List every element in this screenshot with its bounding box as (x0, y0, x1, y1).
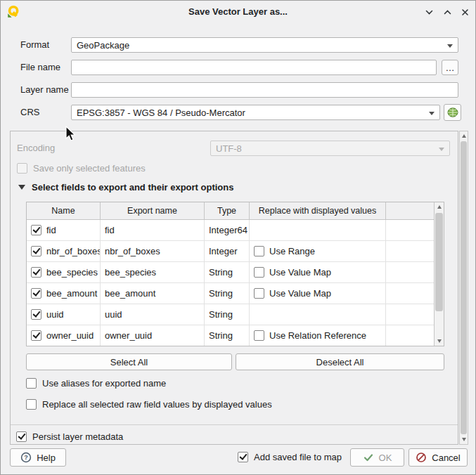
replace-option-checkbox[interactable] (254, 246, 264, 256)
field-name: fid (46, 225, 56, 235)
table-row: bee_amountbee_amountStringUse Value Map (27, 283, 444, 304)
help-button[interactable]: ? Help (10, 448, 66, 467)
field-enabled-checkbox[interactable] (31, 267, 41, 278)
cancel-icon (416, 452, 427, 463)
field-name-cell: owner_uuid (27, 325, 101, 346)
select-all-button[interactable]: Select All (26, 353, 232, 370)
scroll-down-arrow-icon[interactable] (435, 337, 444, 346)
cancel-button[interactable]: Cancel (409, 448, 468, 467)
ok-button[interactable]: OK (350, 448, 404, 467)
field-enabled-checkbox[interactable] (31, 288, 41, 299)
scrollbar-handle[interactable] (435, 213, 443, 311)
column-header-name: Name (27, 202, 101, 220)
ok-label: OK (379, 453, 392, 463)
scroll-down-arrow-icon[interactable] (460, 435, 468, 444)
persist-metadata-checkbox[interactable] (16, 431, 27, 442)
field-replace-cell: Use Relation Reference (250, 325, 386, 346)
field-enabled-checkbox[interactable] (31, 246, 41, 256)
table-row: nbr_of_boxesnbr_of_boxesIntegerUse Range (27, 241, 444, 262)
format-combobox[interactable]: GeoPackage (71, 37, 458, 53)
replace-option-checkbox[interactable] (254, 288, 264, 299)
fields-table-header: Name Export name Type Replace with displ… (27, 202, 444, 220)
replace-option-label: Use Value Map (269, 288, 331, 299)
encoding-label: Encoding (17, 141, 55, 156)
save-only-selected-row: Save only selected features (17, 163, 146, 174)
deselect-all-button[interactable]: Deselect All (236, 353, 444, 370)
save-only-selected-label: Save only selected features (33, 163, 146, 174)
minimize-button[interactable] (422, 5, 436, 19)
field-enabled-checkbox[interactable] (31, 330, 41, 341)
field-name-cell: bee_amount (27, 283, 101, 304)
field-export-name-cell[interactable]: fid (101, 220, 205, 241)
field-export-name-cell[interactable]: uuid (101, 304, 205, 325)
replace-raw-row: Replace all selected raw field values by… (26, 399, 272, 410)
field-replace-cell: Use Range (250, 241, 386, 262)
replace-option-checkbox[interactable] (254, 267, 264, 278)
replace-raw-checkbox[interactable] (26, 399, 37, 410)
field-replace-cell: Use Value Map (250, 262, 386, 283)
dropdown-arrow-icon (429, 112, 435, 115)
separator (11, 424, 458, 425)
close-button[interactable] (458, 5, 472, 19)
field-export-name-cell[interactable]: bee_amount (101, 283, 205, 304)
field-name: bee_amount (46, 288, 97, 299)
collapse-triangle-icon (18, 185, 25, 190)
fields-table-scrollbar[interactable] (434, 202, 444, 346)
field-export-name-cell[interactable]: bee_species (101, 262, 205, 283)
fields-table-body: fidfidInteger64nbr_of_boxesnbr_of_boxesI… (27, 220, 444, 346)
use-aliases-checkbox[interactable] (26, 378, 37, 389)
help-label: Help (37, 453, 56, 463)
field-enabled-checkbox[interactable] (31, 225, 41, 235)
field-replace-cell (250, 220, 386, 241)
svg-text:?: ? (24, 454, 28, 461)
replace-option-label: Use Relation Reference (269, 330, 366, 341)
format-label: Format (20, 37, 49, 53)
browse-button[interactable]: … (442, 60, 458, 75)
table-row: fidfidInteger64 (27, 220, 444, 241)
field-export-name-cell[interactable]: nbr_of_boxes (101, 241, 205, 262)
scroll-up-arrow-icon[interactable] (435, 202, 444, 212)
dropdown-arrow-icon (447, 44, 453, 48)
replace-option-label: Use Range (269, 246, 315, 256)
layer-name-input[interactable] (71, 82, 458, 98)
persist-metadata-row: Persist layer metadata (16, 431, 123, 442)
field-name-cell: uuid (27, 304, 101, 325)
encoding-value: UTF-8 (216, 143, 242, 154)
crs-selector-button[interactable] (444, 104, 461, 121)
maximize-button[interactable] (440, 5, 454, 19)
field-name: uuid (46, 309, 64, 320)
column-header-replace: Replace with displayed values (250, 202, 386, 220)
field-export-name-cell[interactable]: owner_uuid (101, 325, 205, 346)
field-type-cell: Integer (205, 241, 250, 262)
field-type-cell: String (205, 262, 250, 283)
scroll-up-arrow-icon[interactable] (460, 131, 468, 141)
use-aliases-label: Use aliases for exported name (42, 378, 166, 389)
crs-combobox[interactable]: EPSG:3857 - WGS 84 / Pseudo-Mercator (71, 105, 440, 120)
fields-table: Name Export name Type Replace with displ… (26, 202, 444, 346)
field-name: bee_species (46, 267, 98, 278)
field-enabled-checkbox[interactable] (31, 309, 41, 320)
file-name-label: File name (20, 60, 60, 75)
chevron-up-icon (443, 8, 452, 17)
format-value: GeoPackage (77, 40, 129, 51)
ok-check-icon (363, 452, 374, 463)
scrollbar-handle[interactable] (461, 141, 467, 434)
crs-label: CRS (20, 105, 39, 120)
file-name-input[interactable] (71, 60, 437, 75)
field-type-cell: Integer64 (205, 220, 250, 241)
replace-option-checkbox[interactable] (254, 330, 264, 341)
browse-ellipsis-label: … (446, 63, 455, 73)
replace-option-label: Use Value Map (269, 267, 331, 278)
field-replace-cell: Use Value Map (250, 283, 386, 304)
save-only-selected-checkbox (17, 163, 27, 174)
options-panel-scrollbar[interactable] (459, 131, 468, 445)
chevron-down-icon (425, 8, 434, 17)
add-to-map-checkbox[interactable] (238, 452, 248, 462)
options-panel: Encoding UTF-8 Save only selected featur… (10, 131, 458, 445)
field-name-cell: fid (27, 220, 101, 241)
persist-metadata-label: Persist layer metadata (32, 431, 123, 442)
add-to-map-label: Add saved file to map (254, 452, 342, 462)
save-vector-layer-dialog: Save Vector Layer as... Format GeoPackag… (0, 0, 476, 475)
fields-section-header[interactable]: Select fields to export and their export… (18, 182, 234, 193)
titlebar: Save Vector Layer as... (1, 1, 475, 23)
